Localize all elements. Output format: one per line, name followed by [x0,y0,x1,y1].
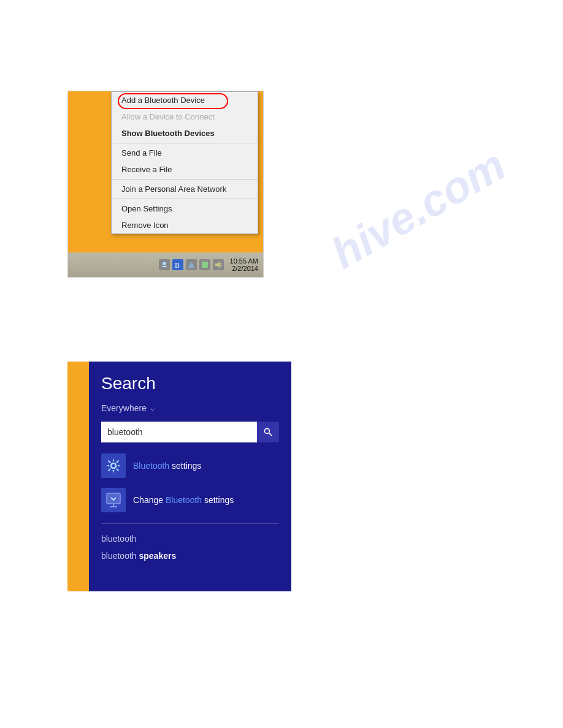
menu-item-send-file[interactable]: Send a File [112,145,258,161]
menu-item-open-settings[interactable]: Open Settings [112,200,258,217]
screenshot1-container: Add a Bluetooth Device Allow a Device to… [67,91,264,278]
tray-icon-volume [213,259,224,270]
separator-2 [112,179,258,180]
search-results: Bluetooth settings Change Bluetooth sett… [89,449,291,517]
svg-marker-5 [215,262,220,268]
chevron-down-icon: ⌵ [150,404,155,412]
svg-point-0 [163,262,166,265]
result-label-bluetooth-settings: Bluetooth settings [133,461,201,471]
svg-point-8 [111,463,116,468]
svg-line-7 [269,433,272,436]
tray-icon-1 [159,259,170,270]
svg-text:B: B [175,261,180,269]
separator-1 [112,143,258,143]
search-button[interactable] [257,422,279,442]
tray-icon-bluetooth: B [172,259,183,270]
search-title: Search [89,362,291,400]
taskbar-time: 10:55 AM 2/2/2014 [230,257,258,272]
context-menu: Add a Bluetooth Device Allow a Device to… [111,91,258,234]
results-divider [101,523,279,524]
result-item-bluetooth-settings[interactable]: Bluetooth settings [89,449,291,483]
screenshot2-left-bar [67,362,89,591]
svg-rect-4 [202,262,208,268]
search-input[interactable] [101,422,257,442]
menu-item-show-bluetooth[interactable]: Show Bluetooth Devices [112,125,258,142]
result-label-change-bluetooth-settings: Change Bluetooth settings [133,495,234,505]
screenshot2-container: Search Everywhere ⌵ [67,362,291,591]
tray-icon-2 [186,259,197,270]
menu-item-add-bluetooth[interactable]: Add a Bluetooth Device [112,92,258,108]
result-icon-wrench [101,488,126,512]
suggestion-bluetooth-speakers[interactable]: bluetooth speakers [89,547,291,564]
filter-row[interactable]: Everywhere ⌵ [89,400,291,417]
search-icon [263,427,273,437]
menu-item-allow-device[interactable]: Allow a Device to Connect [112,108,258,125]
separator-3 [112,199,258,199]
menu-item-join-network[interactable]: Join a Personal Area Network [112,181,258,197]
result-item-change-bluetooth-settings[interactable]: Change Bluetooth settings [89,483,291,517]
watermark: hive.com [323,139,513,278]
suggestions-list: bluetooth bluetooth speakers [89,530,291,564]
svg-marker-3 [188,262,194,268]
filter-label: Everywhere [101,403,147,413]
menu-item-receive-file[interactable]: Receive a File [112,161,258,178]
svg-rect-1 [162,266,167,267]
search-row [101,422,279,442]
menu-item-remove-icon[interactable]: Remove Icon [112,217,258,233]
tray-icon-3 [199,259,210,270]
svg-rect-9 [107,493,120,504]
taskbar: B 10:55 AM 2/2/2014 [68,252,263,277]
suggestion-bluetooth[interactable]: bluetooth [89,530,291,547]
svg-point-6 [264,428,269,433]
result-icon-gear [101,453,126,478]
screenshot2-main: Search Everywhere ⌵ [89,362,291,591]
